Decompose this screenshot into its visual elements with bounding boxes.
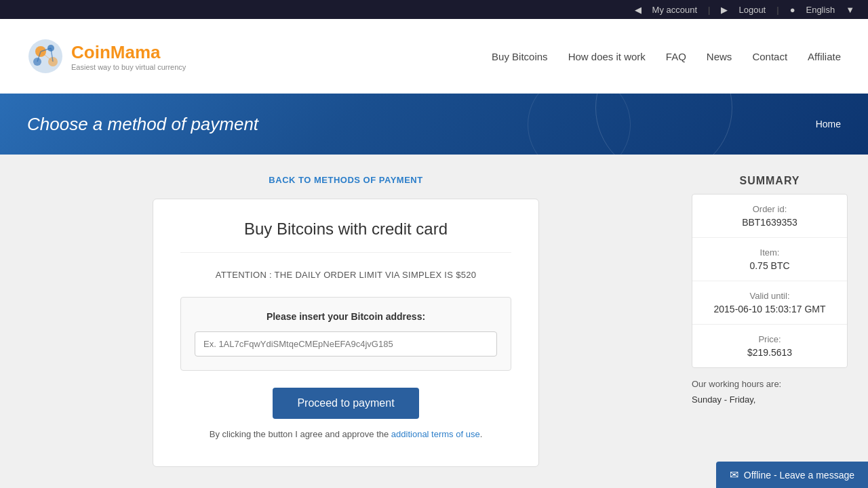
top-bar: ◀ My account | ▶ Logout | ● English ▼ xyxy=(0,0,868,19)
hero-banner: Choose a method of payment Home xyxy=(0,94,868,155)
content-area: BACK TO METHODS OF PAYMENT Buy Bitcoins … xyxy=(20,175,671,467)
offline-chat-label: Offline - Leave a message xyxy=(744,470,854,481)
hours-row: Sunday - Friday, xyxy=(692,394,848,405)
separator-1: | xyxy=(708,5,710,15)
order-id-value: BBT1639353 xyxy=(703,217,836,228)
item-value: 0.75 BTC xyxy=(703,260,836,271)
terms-end: . xyxy=(480,429,483,439)
working-hours: Our working hours are: Sunday - Friday, xyxy=(692,379,848,405)
chat-icon: ✉ xyxy=(730,468,738,481)
attention-notice: ATTENTION : THE DAILY ORDER LIMIT VIA SI… xyxy=(180,270,511,280)
terms-text: By clicking the button I agree and appro… xyxy=(180,429,511,439)
payment-card: Buy Bitcoins with credit card ATTENTION … xyxy=(153,199,539,467)
person-icon: ◀ xyxy=(635,5,642,15)
nav-how-it-works[interactable]: How does it work xyxy=(568,51,646,62)
sidebar: SUMMARY Order id: BBT1639353 Item: 0.75 … xyxy=(692,175,848,407)
terms-link[interactable]: additional terms of use xyxy=(391,429,480,439)
valid-until-row: Valid until: 2015-06-10 15:03:17 GMT xyxy=(692,281,847,325)
valid-until-value: 2015-06-10 15:03:17 GMT xyxy=(703,304,836,314)
item-row: Item: 0.75 BTC xyxy=(692,238,847,281)
proceed-to-payment-button[interactable]: Proceed to payment xyxy=(273,388,418,419)
logo-tagline: Easiest way to buy virtual currency xyxy=(71,63,186,71)
summary-box: Order id: BBT1639353 Item: 0.75 BTC Vali… xyxy=(692,194,848,368)
logout-icon: ▶ xyxy=(721,5,728,15)
terms-prefix: By clicking the button I agree and appro… xyxy=(210,429,391,439)
svg-point-0 xyxy=(28,39,62,73)
payment-heading: Buy Bitcoins with credit card xyxy=(180,220,511,253)
order-id-label: Order id: xyxy=(703,204,836,214)
price-row: Price: $219.5613 xyxy=(692,325,847,367)
order-id-row: Order id: BBT1639353 xyxy=(692,195,847,238)
address-label: Please insert your Bitcoin address: xyxy=(195,311,497,322)
back-to-methods-link[interactable]: BACK TO METHODS OF PAYMENT xyxy=(269,175,422,185)
logo-text: CoinMama Easiest way to buy virtual curr… xyxy=(71,42,186,71)
nav-affiliate[interactable]: Affiliate xyxy=(808,51,841,62)
price-value: $219.5613 xyxy=(703,347,836,358)
logo-icon xyxy=(27,38,64,75)
logo-name: CoinMama xyxy=(71,42,186,63)
bitcoin-address-input[interactable] xyxy=(195,331,497,357)
breadcrumb[interactable]: Home xyxy=(816,119,841,129)
logo-mama: Mama xyxy=(111,42,161,62)
my-account-link[interactable]: My account xyxy=(652,5,697,15)
main-nav: Buy Bitcoins How does it work FAQ News C… xyxy=(492,51,841,62)
nav-contact[interactable]: Contact xyxy=(752,51,787,62)
working-hours-title: Our working hours are: xyxy=(692,379,848,389)
valid-until-label: Valid until: xyxy=(703,291,836,301)
nav-faq[interactable]: FAQ xyxy=(666,51,686,62)
separator-2: | xyxy=(776,5,778,15)
chevron-down-icon: ▼ xyxy=(846,5,854,15)
address-box: Please insert your Bitcoin address: xyxy=(180,297,511,371)
price-label: Price: xyxy=(703,334,836,344)
header: CoinMama Easiest way to buy virtual curr… xyxy=(0,19,868,94)
language-select[interactable]: English xyxy=(806,5,835,15)
logout-link[interactable]: Logout xyxy=(738,5,766,15)
nav-news[interactable]: News xyxy=(707,51,732,62)
page-title: Choose a method of payment xyxy=(27,114,258,135)
main-content: BACK TO METHODS OF PAYMENT Buy Bitcoins … xyxy=(7,155,861,487)
logo-coin: Coin xyxy=(71,42,111,62)
globe-icon: ● xyxy=(790,5,795,15)
summary-title: SUMMARY xyxy=(692,175,848,187)
nav-buy-bitcoins[interactable]: Buy Bitcoins xyxy=(492,51,548,62)
item-label: Item: xyxy=(703,247,836,258)
offline-chat-button[interactable]: ✉ Offline - Leave a message xyxy=(716,462,868,487)
logo[interactable]: CoinMama Easiest way to buy virtual curr… xyxy=(27,38,186,75)
